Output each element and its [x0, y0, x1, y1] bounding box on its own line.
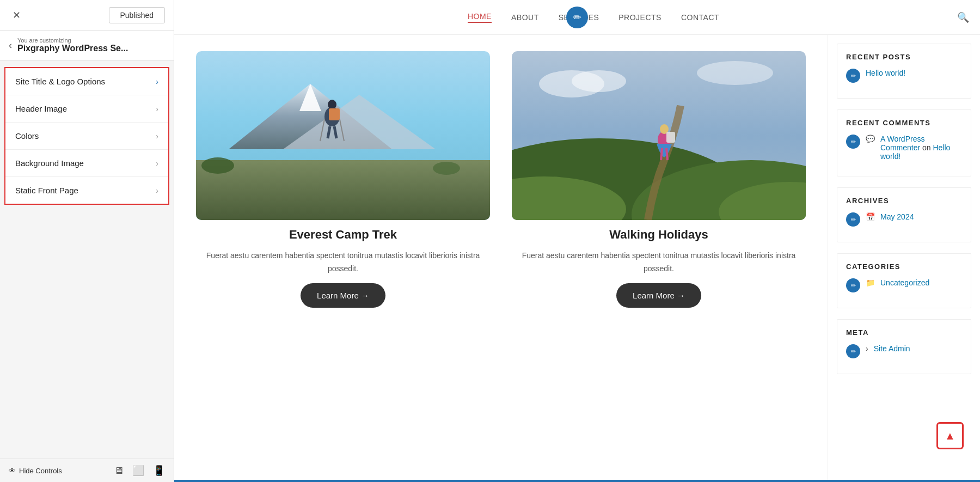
meta-title: META: [846, 328, 962, 337]
hide-controls-label: Hide Controls: [19, 467, 62, 475]
folder-icon: 📁: [866, 278, 875, 287]
customizer-menu: Site Title & Logo Options › Header Image…: [4, 67, 169, 205]
post-title: Everest Camp Trek: [196, 228, 490, 242]
menu-item-label: Colors: [15, 131, 39, 141]
back-button[interactable]: ‹: [9, 40, 12, 51]
nav-item-about[interactable]: ABOUT: [511, 13, 539, 22]
menu-item-label: Background Image: [15, 158, 84, 168]
recent-posts-widget: RECENT POSTS ✏ Hello world!: [837, 44, 971, 99]
customizing-info: You are customizing Pixgraphy WordPress …: [17, 37, 128, 53]
category-item: ✏ 📁 Uncategorized: [846, 278, 962, 292]
recent-comment-item: ✏ 💬 A WordPress Commenter on Hello world…: [846, 135, 962, 161]
post-image-walking: [512, 51, 806, 220]
menu-item-header-image[interactable]: Header Image ›: [5, 95, 168, 123]
site-navigation: HOME ABOUT SERVICES PROJECTS CONTACT: [468, 12, 719, 23]
edit-icon: ✏: [846, 135, 860, 149]
post-excerpt: Fuerat aestu carentem habentia spectent …: [196, 249, 490, 276]
menu-item-arrow: ›: [156, 105, 158, 113]
menu-item-static-front-page[interactable]: Static Front Page ›: [5, 177, 168, 204]
post-card: Walking Holidays Fuerat aestu carentem h…: [512, 51, 806, 308]
site-header: ✏ HOME ABOUT SERVICES PROJECTS CONTACT 🔍: [174, 0, 980, 35]
svg-point-12: [201, 157, 234, 174]
calendar-icon: 📅: [866, 212, 875, 221]
post-image: [512, 51, 806, 220]
customizing-label: You are customizing: [17, 37, 128, 44]
nav-item-home[interactable]: HOME: [468, 12, 492, 23]
nav-item-contact[interactable]: CONTACT: [681, 13, 719, 22]
scroll-top-button[interactable]: ▲: [936, 422, 964, 449]
menu-item-arrow: ›: [156, 77, 158, 86]
search-icon[interactable]: 🔍: [957, 11, 969, 23]
site-admin-link[interactable]: Site Admin: [874, 344, 910, 353]
svg-rect-7: [329, 108, 340, 120]
post-image: [196, 51, 490, 220]
learn-more-button[interactable]: Learn More →: [301, 283, 385, 308]
main-content: ✏ HOME ABOUT SERVICES PROJECTS CONTACT 🔍: [174, 0, 980, 482]
eye-icon: 👁: [9, 467, 16, 475]
meta-widget: META ✏ › Site Admin: [837, 319, 971, 374]
svg-line-25: [666, 148, 667, 160]
close-button[interactable]: ✕: [9, 8, 24, 23]
edit-icon: ✏: [846, 69, 860, 83]
bottom-blue-bar: [174, 480, 980, 482]
recent-comments-widget: RECENT COMMENTS ✏ 💬 A WordPress Commente…: [837, 109, 971, 176]
categories-widget: CATEGORIES ✏ 📁 Uncategorized: [837, 253, 971, 308]
edit-icon: ✏: [846, 344, 860, 358]
site-content-area: Everest Camp Trek Fuerat aestu carentem …: [174, 35, 980, 480]
commenter-name[interactable]: A WordPress Commenter: [880, 135, 924, 152]
customizer-panel: ✕ Published ‹ You are customizing Pixgra…: [0, 0, 174, 482]
post-image-hiking: [196, 51, 490, 220]
logo-icon: ✏: [566, 7, 588, 28]
svg-point-17: [697, 61, 773, 85]
menu-item-background-image[interactable]: Background Image ›: [5, 150, 168, 177]
edit-icon: ✏: [846, 278, 860, 292]
svg-rect-26: [666, 132, 675, 143]
menu-item-label: Site Title & Logo Options: [15, 77, 105, 86]
comment-text: A WordPress Commenter on Hello world!: [880, 135, 962, 161]
menu-item-arrow: ›: [156, 159, 158, 168]
post-excerpt: Fuerat aestu carentem habentia spectent …: [512, 249, 806, 276]
archive-link[interactable]: May 2024: [880, 212, 914, 221]
published-button[interactable]: Published: [109, 7, 166, 23]
bottom-bar: 👁 Hide Controls 🖥 ⬜ 📱: [0, 459, 174, 482]
svg-point-6: [328, 100, 336, 109]
edit-icon: ✏: [846, 212, 860, 227]
chevron-right-icon: ›: [866, 344, 868, 353]
menu-item-arrow: ›: [156, 132, 158, 141]
recent-posts-title: RECENT POSTS: [846, 53, 962, 61]
comment-on: on: [922, 143, 933, 152]
post-card: Everest Camp Trek Fuerat aestu carentem …: [196, 51, 490, 308]
site-logo: ✏: [566, 7, 588, 28]
archive-item: ✏ 📅 May 2024: [846, 212, 962, 227]
menu-item-arrow: ›: [156, 186, 158, 195]
nav-item-projects[interactable]: PROJECTS: [618, 13, 661, 22]
learn-more-button[interactable]: Learn More →: [616, 283, 701, 308]
svg-point-16: [572, 70, 626, 92]
svg-line-24: [661, 148, 662, 160]
category-link[interactable]: Uncategorized: [880, 278, 929, 287]
menu-item-label: Header Image: [15, 104, 67, 113]
meta-item: ✏ › Site Admin: [846, 344, 962, 358]
recent-post-item: ✏ Hello world!: [846, 69, 962, 83]
archives-title: ARCHIVES: [846, 197, 962, 205]
recent-post-link[interactable]: Hello world!: [866, 69, 905, 77]
hide-controls-button[interactable]: 👁 Hide Controls: [9, 467, 62, 475]
tablet-icon[interactable]: ⬜: [132, 465, 144, 477]
top-bar: ✕ Published: [0, 0, 174, 30]
posts-area: Everest Camp Trek Fuerat aestu carentem …: [174, 35, 828, 480]
svg-point-13: [433, 162, 460, 175]
post-title: Walking Holidays: [512, 228, 806, 242]
desktop-icon[interactable]: 🖥: [114, 465, 124, 477]
categories-title: CATEGORIES: [846, 263, 962, 271]
menu-item-colors[interactable]: Colors ›: [5, 123, 168, 150]
menu-item-site-title[interactable]: Site Title & Logo Options ›: [5, 68, 168, 95]
mobile-icon[interactable]: 📱: [153, 465, 165, 477]
site-sidebar: RECENT POSTS ✏ Hello world! RECENT COMME…: [828, 35, 980, 480]
customizing-header: ‹ You are customizing Pixgraphy WordPres…: [0, 30, 174, 60]
archives-widget: ARCHIVES ✏ 📅 May 2024: [837, 187, 971, 242]
menu-item-label: Static Front Page: [15, 186, 78, 195]
recent-comments-title: RECENT COMMENTS: [846, 119, 962, 127]
customizing-title: Pixgraphy WordPress Se...: [17, 44, 128, 53]
posts-grid: Everest Camp Trek Fuerat aestu carentem …: [196, 51, 806, 308]
comment-icon: 💬: [866, 135, 875, 143]
